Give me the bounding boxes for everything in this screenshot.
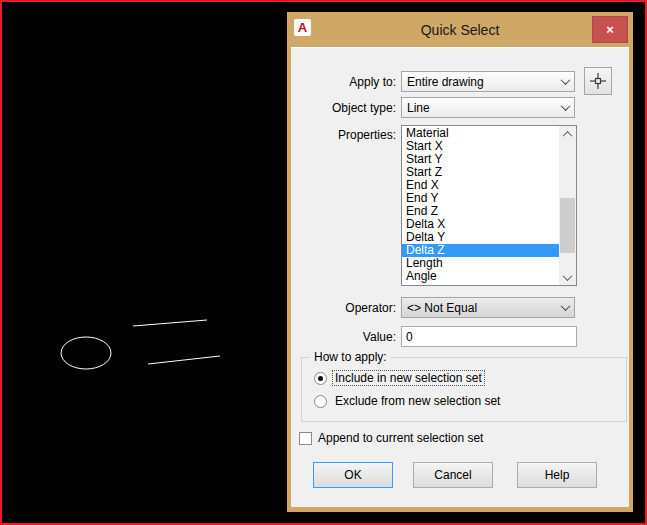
- close-button[interactable]: ×: [592, 16, 628, 43]
- operator-value: <> Not Equal: [407, 301, 477, 315]
- radio-button-icon[interactable]: [314, 395, 327, 408]
- radio-exclude-new-selection[interactable]: Exclude from new selection set: [314, 394, 502, 408]
- how-to-apply-legend: How to apply:: [310, 350, 391, 364]
- ok-button[interactable]: OK: [313, 462, 393, 488]
- operator-dropdown[interactable]: <> Not Equal: [401, 297, 575, 318]
- dialog-titlebar[interactable]: A Quick Select ×: [287, 12, 633, 47]
- radio-label[interactable]: Include in new selection set: [333, 371, 484, 385]
- autocad-application-window: A Quick Select × Apply to: Entire drawin…: [0, 0, 647, 525]
- chevron-down-icon: [563, 271, 573, 281]
- quick-select-dialog: A Quick Select × Apply to: Entire drawin…: [287, 12, 633, 512]
- chevron-down-icon: [556, 104, 574, 111]
- properties-items: MaterialStart XStart YStart ZEnd XEnd YE…: [402, 126, 559, 285]
- vertical-scrollbar[interactable]: [559, 126, 576, 285]
- scroll-down-button[interactable]: [559, 269, 576, 285]
- autocad-logo-icon[interactable]: A: [294, 19, 311, 36]
- apply-to-label: Apply to:: [291, 75, 396, 89]
- how-to-apply-group: How to apply: Include in new selection s…: [301, 357, 627, 422]
- object-type-label: Object type:: [291, 101, 396, 115]
- chevron-down-icon: [556, 304, 574, 311]
- help-button[interactable]: Help: [517, 462, 597, 488]
- radio-button-icon[interactable]: [314, 372, 327, 385]
- list-item[interactable]: Angle: [402, 270, 559, 283]
- value-label: Value:: [291, 330, 396, 344]
- object-type-dropdown[interactable]: Line: [401, 97, 575, 118]
- cancel-button[interactable]: Cancel: [413, 462, 493, 488]
- radio-label[interactable]: Exclude from new selection set: [333, 394, 502, 408]
- crosshair-pickbox-icon: [588, 71, 608, 91]
- close-icon: ×: [606, 22, 614, 37]
- dialog-body: Apply to: Entire drawing Object type:: [291, 47, 629, 507]
- properties-label: Properties:: [291, 128, 396, 142]
- chevron-up-icon: [563, 130, 573, 140]
- object-type-value: Line: [407, 101, 430, 115]
- checkbox-icon[interactable]: [299, 432, 312, 445]
- select-objects-button[interactable]: [584, 67, 612, 95]
- apply-to-dropdown[interactable]: Entire drawing: [401, 71, 575, 92]
- value-input[interactable]: [401, 326, 577, 347]
- dialog-title: Quick Select: [287, 22, 633, 38]
- properties-listbox[interactable]: MaterialStart XStart YStart ZEnd XEnd YE…: [401, 125, 577, 286]
- checkbox-label[interactable]: Append to current selection set: [318, 431, 483, 445]
- append-selection-checkbox-row[interactable]: Append to current selection set: [299, 431, 483, 445]
- operator-label: Operator:: [291, 301, 396, 315]
- scroll-up-button[interactable]: [559, 126, 576, 142]
- scrollbar-thumb[interactable]: [560, 198, 575, 253]
- radio-include-new-selection[interactable]: Include in new selection set: [314, 371, 484, 385]
- chevron-down-icon: [556, 78, 574, 85]
- apply-to-value: Entire drawing: [407, 75, 484, 89]
